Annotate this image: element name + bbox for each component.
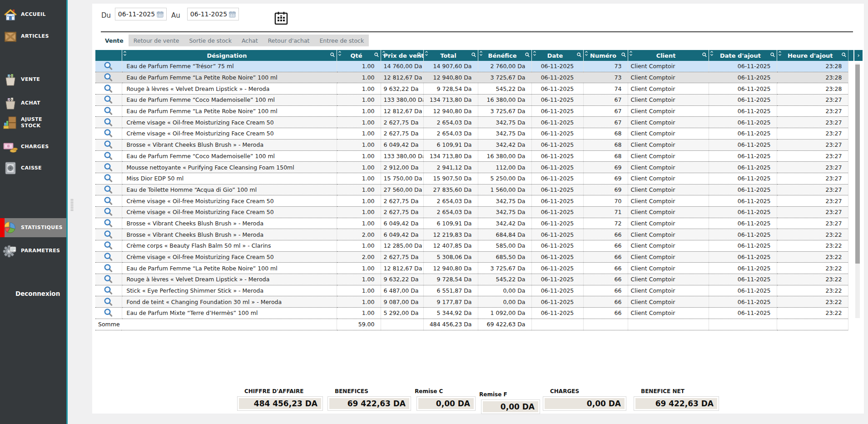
- column-header-total[interactable]: Total: [423, 50, 478, 61]
- magnifier-icon[interactable]: [104, 287, 113, 294]
- magnifier-icon[interactable]: [104, 96, 113, 103]
- column-header-heure-d-ajout[interactable]: Heure d'ajout: [777, 50, 848, 61]
- column-resize-grip-icon[interactable]: [778, 50, 782, 57]
- magnifier-icon[interactable]: [104, 275, 113, 282]
- table-row[interactable]: Crème visage « Oil-free Moisturizing Fac…: [95, 128, 848, 140]
- sidebar-item-articles[interactable]: ARTICLES: [0, 26, 66, 46]
- table-row[interactable]: Crème visage « Oil-free Moisturizing Fac…: [95, 195, 848, 207]
- row-detail-button[interactable]: [95, 206, 122, 218]
- row-detail-button[interactable]: [95, 308, 122, 319]
- magnifier-icon[interactable]: [104, 231, 113, 238]
- magnifier-icon[interactable]: [104, 164, 113, 170]
- table-row[interactable]: Eau de Parfum Femme “Coco Mademoiselle” …: [95, 150, 848, 162]
- table-row[interactable]: Eau de Parfum Femme “La Petite Robe Noir…: [95, 72, 848, 83]
- column-header-actions[interactable]: [95, 50, 122, 61]
- column-filter-icon[interactable]: [621, 52, 626, 59]
- table-row[interactable]: Crème visage « Oil-free Moisturizing Fac…: [95, 117, 848, 128]
- row-detail-button[interactable]: [95, 61, 122, 72]
- table-row[interactable]: Brosse « Vibrant Cheeks Blush Brush » - …: [95, 139, 848, 150]
- column-filter-icon[interactable]: [525, 52, 530, 59]
- table-row[interactable]: Eau de Toilette Homme “Acqua di Gio” 100…: [95, 184, 848, 195]
- row-detail-button[interactable]: [95, 285, 122, 296]
- column-filter-icon[interactable]: [471, 52, 476, 59]
- magnifier-icon[interactable]: [104, 208, 113, 215]
- column-resize-grip-icon[interactable]: [629, 50, 633, 57]
- column-resize-grip-icon[interactable]: [338, 50, 342, 57]
- tab-achat[interactable]: Achat: [237, 35, 263, 46]
- tab-vente[interactable]: Vente: [100, 35, 129, 46]
- column-header-prix-de-vente[interactable]: Prix de vente: [381, 50, 423, 61]
- magnifier-icon[interactable]: [104, 264, 113, 271]
- sidebar-item-achat[interactable]: ACHAT: [0, 93, 66, 114]
- column-resize-grip-icon[interactable]: [425, 50, 428, 57]
- column-header-date[interactable]: Date: [531, 50, 583, 61]
- table-row[interactable]: Eau de Parfum Mixte “Terre d’Hermès” 100…: [95, 308, 848, 319]
- table-row[interactable]: Eau de Parfum Femme “Trésor” 75 ml1.0014…: [95, 61, 848, 72]
- magnifier-icon[interactable]: [104, 253, 113, 260]
- magnifier-icon[interactable]: [104, 141, 113, 148]
- tab-sortie-de-stock[interactable]: Sortie de stock: [184, 35, 237, 46]
- magnifier-icon[interactable]: [104, 242, 113, 249]
- magnifier-icon[interactable]: [104, 130, 113, 136]
- row-detail-button[interactable]: [95, 251, 122, 263]
- row-detail-button[interactable]: [95, 274, 122, 285]
- row-detail-button[interactable]: [95, 72, 122, 83]
- magnifier-icon[interactable]: [104, 152, 113, 159]
- table-row[interactable]: Crème corps « Beauty Flash Balm 50 ml » …: [95, 240, 848, 252]
- tab-retour-de-vente[interactable]: Retour de vente: [129, 35, 184, 46]
- row-detail-button[interactable]: [95, 184, 122, 195]
- column-filter-icon[interactable]: [576, 52, 582, 59]
- magnifier-icon[interactable]: [104, 309, 113, 316]
- table-row[interactable]: Fond de teint « Changing Foundation 30 m…: [95, 296, 848, 308]
- table-row[interactable]: Crème visage « Oil-free Moisturizing Fac…: [95, 206, 848, 218]
- row-detail-button[interactable]: [95, 195, 122, 207]
- tab-retour-d-achat[interactable]: Retour d'achat: [263, 35, 315, 46]
- column-filter-icon[interactable]: [374, 52, 379, 59]
- row-detail-button[interactable]: [95, 83, 122, 95]
- table-row[interactable]: Brosse « Vibrant Cheeks Blush Brush » - …: [95, 229, 848, 240]
- table-row[interactable]: Mousse nettoyante « Purifying Face Clean…: [95, 162, 848, 173]
- magnifier-icon[interactable]: [104, 74, 113, 80]
- table-row[interactable]: Rouge à lèvres « Velvet Dream Lipstick »…: [95, 274, 848, 285]
- magnifier-icon[interactable]: [104, 219, 113, 226]
- column-header-b-n-fice[interactable]: Bénéfice: [478, 50, 531, 61]
- column-resize-grip-icon[interactable]: [382, 50, 386, 57]
- column-filter-icon[interactable]: [841, 52, 847, 59]
- magnifier-icon[interactable]: [104, 186, 113, 193]
- row-detail-button[interactable]: [95, 173, 122, 184]
- magnifier-icon[interactable]: [104, 85, 113, 92]
- row-detail-button[interactable]: [95, 218, 122, 229]
- row-detail-button[interactable]: [95, 105, 122, 117]
- table-row[interactable]: Rouge à lèvres « Velvet Dream Lipstick »…: [95, 83, 848, 95]
- calendar-small-icon[interactable]: [157, 11, 164, 18]
- row-detail-button[interactable]: [95, 117, 122, 128]
- column-filter-icon[interactable]: [417, 52, 422, 59]
- table-row[interactable]: Stick « Eye Perfecting Shimmer Stick » -…: [95, 285, 848, 296]
- row-detail-button[interactable]: [95, 150, 122, 162]
- panel-resize-grip-icon[interactable]: [70, 199, 74, 211]
- column-resize-grip-icon[interactable]: [585, 50, 588, 57]
- column-header-client[interactable]: Client: [628, 50, 709, 61]
- column-filter-icon[interactable]: [770, 52, 775, 59]
- column-resize-grip-icon[interactable]: [479, 50, 483, 57]
- column-header-d-signation[interactable]: Désignation: [122, 50, 337, 61]
- column-header-num-ro[interactable]: Numéro: [583, 50, 628, 61]
- row-detail-button[interactable]: [95, 296, 122, 308]
- vertical-scrollbar[interactable]: [855, 63, 860, 318]
- date-from-input[interactable]: 06-11-2025: [115, 8, 167, 20]
- row-detail-button[interactable]: [95, 240, 122, 252]
- open-calendar-button[interactable]: [273, 10, 289, 27]
- column-resize-grip-icon[interactable]: [710, 50, 714, 57]
- sidebar-item-statistiques[interactable]: STATISTIQUES: [0, 218, 66, 237]
- column-resize-grip-icon[interactable]: [533, 50, 536, 57]
- table-row[interactable]: Miss Dior EDP 50 ml1.0015 750,00 Da15 90…: [95, 173, 848, 184]
- magnifier-icon[interactable]: [104, 175, 113, 181]
- magnifier-icon[interactable]: [104, 298, 113, 305]
- row-detail-button[interactable]: [95, 128, 122, 140]
- table-row[interactable]: Eau de Parfum Femme “La Petite Robe Noir…: [95, 263, 848, 274]
- date-to-input[interactable]: 06-11-2025: [187, 8, 239, 20]
- column-header-qt-[interactable]: Qté: [337, 50, 381, 61]
- logout-link[interactable]: Deconnexion: [15, 290, 60, 297]
- magnifier-icon[interactable]: [104, 107, 113, 114]
- scrollbar-thumb[interactable]: [855, 65, 860, 264]
